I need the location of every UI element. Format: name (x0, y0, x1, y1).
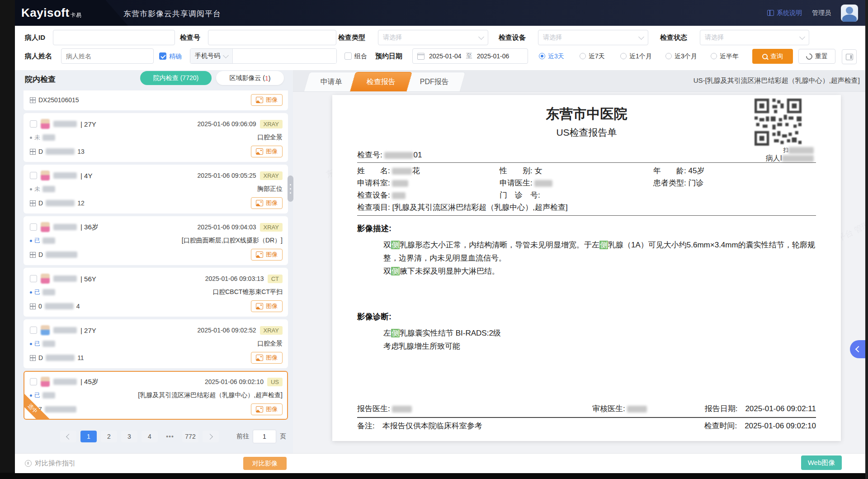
exam-checkbox[interactable] (30, 275, 37, 282)
phone-input[interactable] (233, 49, 336, 63)
goto-page-input[interactable] (253, 430, 276, 443)
page-ellipsis[interactable]: ••• (162, 431, 178, 442)
user-avatar[interactable] (841, 5, 858, 22)
exam-list[interactable]: DX250106015 图像 | 27Y 2025-01-06 09:06:09 (24, 90, 288, 425)
exam-card[interactable]: | 27Y 2025-01-06 09:02:52 XRAY 已 口腔全景 D1… (24, 319, 288, 368)
range-6m-radio[interactable] (711, 53, 717, 59)
exam-card-selected[interactable]: | 45岁 2025-01-06 09:02:10 US 已 [乳腺及其引流区淋… (24, 371, 288, 420)
view-image-button[interactable]: 图像 (251, 403, 283, 415)
compare-guide-link[interactable]: 对比操作指引 (25, 459, 75, 468)
exam-card[interactable]: | 27Y 2025-01-06 09:06:09 XRAY 未 口腔全景 D1… (24, 113, 288, 162)
view-image-button[interactable]: 图像 (251, 352, 283, 364)
page-button-3[interactable]: 3 (121, 431, 137, 442)
patient-id-input[interactable] (53, 30, 175, 45)
exam-checkbox[interactable] (30, 378, 37, 385)
page-button-1[interactable]: 1 (80, 431, 97, 442)
range-3d-radio[interactable] (539, 53, 545, 59)
patient-avatar (41, 171, 50, 180)
prev-page-button[interactable] (60, 431, 76, 442)
range-1m-radio[interactable] (620, 53, 627, 59)
exam-time: 2025-01-06 09:04:03 (198, 223, 256, 231)
patient-name-label: 病人姓名 (25, 52, 52, 61)
exam-checkbox[interactable] (30, 223, 37, 231)
grid-icon (30, 200, 36, 206)
tab-region-cloud[interactable]: 区域影像云 (1) (216, 71, 284, 85)
view-image-button[interactable]: 图像 (251, 249, 283, 261)
tab-pdf-report[interactable]: PDF报告 (403, 72, 466, 91)
search-button[interactable]: 查询 (752, 49, 793, 64)
patient-name-redacted (53, 275, 77, 282)
exam-status-placeholder: 请选择 (705, 33, 724, 42)
highlight: 侧 (391, 329, 400, 337)
range-3m-radio[interactable] (665, 53, 672, 59)
next-page-button[interactable] (203, 431, 219, 442)
exam-no-label: 检查号 (180, 33, 200, 42)
exam-card[interactable]: | 56Y 2025-01-06 09:03:13 CT 已 口腔CBCT锥形束… (24, 268, 288, 317)
exam-status-select[interactable]: 请选择 (700, 30, 809, 45)
exam-card[interactable]: | 4Y 2025-01-06 09:05:25 XRAY 未 胸部正位 D12… (24, 165, 288, 213)
reset-button[interactable]: 重置 (798, 49, 835, 64)
exam-list-panel: 院内检查 院内检查 (7720) 区域影像云 (1) DX250106015 图… (15, 70, 293, 453)
combo-checkbox[interactable] (344, 52, 352, 60)
modality-badge: XRAY (260, 171, 283, 180)
tab-exam-report[interactable]: 检查报告 (350, 72, 412, 91)
view-image-button[interactable]: 图像 (251, 94, 283, 106)
patient-age: | 27Y (80, 327, 96, 334)
phone-type-select[interactable]: 手机号码 (190, 49, 233, 63)
view-image-button[interactable]: 图像 (251, 197, 283, 209)
range-3m-label[interactable]: 近3个月 (675, 52, 697, 61)
accession-redacted (46, 148, 75, 155)
range-7d-label[interactable]: 近7天 (589, 52, 605, 61)
page-title: 东营市影像云共享调阅平台 (123, 9, 221, 19)
brand-logo: Kayisoft卡易 (21, 6, 82, 20)
image-icon (256, 355, 263, 361)
exam-card-partial[interactable]: DX250106015 图像 (24, 90, 288, 110)
exact-checkbox[interactable] (159, 52, 166, 60)
tab-internal-exams[interactable]: 院内检查 (7720) (140, 71, 212, 85)
collapse-panel-button[interactable] (850, 340, 865, 358)
accession-number: D (30, 251, 80, 258)
exam-checkbox[interactable] (30, 327, 37, 334)
panel-title: 院内检查 (25, 74, 56, 85)
range-7d-radio[interactable] (580, 53, 586, 59)
exam-checkbox[interactable] (30, 120, 37, 128)
patient-name-input[interactable] (61, 48, 154, 64)
exam-no-input[interactable] (208, 30, 336, 45)
exam-checkbox[interactable] (30, 172, 37, 179)
status-dot (30, 343, 32, 345)
web-image-button[interactable]: Web图像 (801, 455, 842, 470)
patient-avatar (41, 119, 50, 129)
description-text: 双侧乳腺形态大小正常，内结构清晰，导管未见明显增宽。于左侧乳腺（1A）可见大小约… (383, 238, 816, 265)
screen-edge-bottom (0, 473, 868, 479)
patient-age: | 45岁 (80, 378, 99, 386)
system-help-link[interactable]: 系统说明 (767, 9, 802, 17)
date-range-picker[interactable]: 2025-01-04 至 2025-01-06 (412, 48, 528, 64)
range-1m-label[interactable]: 近1个月 (629, 52, 652, 61)
reset-button-label: 重置 (815, 52, 828, 61)
review-doctor-redacted (627, 406, 647, 413)
view-image-button[interactable]: 图像 (251, 146, 283, 157)
phone-type-label: 手机号码 (195, 52, 220, 60)
exam-description: [口腔曲面断层,口腔X线摄影（DR）] (182, 237, 283, 245)
remark-row: 备注: 本报告仅供本院临床科室参考 检查时间: 2025-01-06 09:02… (357, 421, 816, 432)
range-3d-label[interactable]: 近3天 (548, 52, 564, 61)
image-icon (256, 303, 263, 309)
exam-device-select[interactable]: 请选择 (538, 30, 648, 45)
compare-images-button[interactable]: 对比影像 (243, 457, 287, 470)
exam-time: 2025-01-06 09:03:13 (205, 275, 264, 282)
exam-card[interactable]: | 36岁 2025-01-06 09:04:03 XRAY 已 [口腔曲面断层… (24, 216, 288, 265)
chevron-down-icon (799, 34, 805, 40)
report-title: US检查报告单 (357, 126, 816, 139)
page-button-last[interactable]: 772 (182, 431, 198, 442)
range-6m-label[interactable]: 近半年 (720, 52, 739, 61)
exam-type-select[interactable]: 请选择 (378, 30, 488, 45)
status-badge: 已 (30, 237, 55, 245)
grid-icon (30, 149, 36, 155)
device-redacted (392, 192, 406, 199)
layout-switch-button[interactable] (842, 49, 857, 64)
view-image-button[interactable]: 图像 (251, 300, 283, 312)
page-button-4[interactable]: 4 (142, 431, 158, 442)
patient-info-row: 检查设备: 门 诊 号: (357, 190, 816, 202)
panel-resize-handle[interactable] (288, 175, 293, 202)
page-button-2[interactable]: 2 (101, 431, 117, 442)
